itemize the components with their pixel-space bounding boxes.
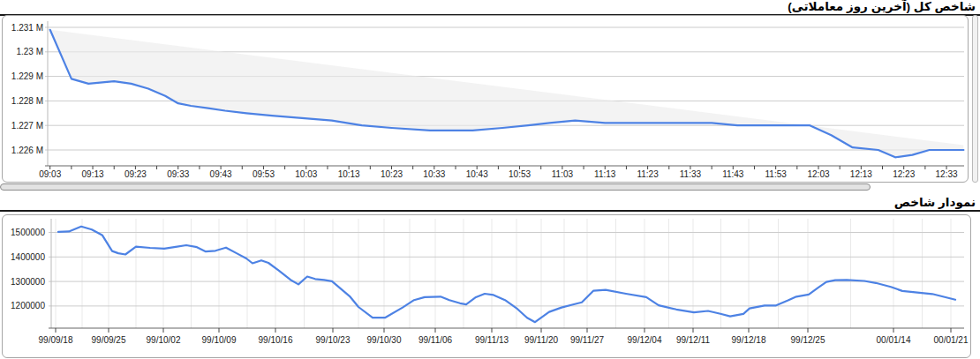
- svg-text:1.227 M: 1.227 M: [11, 121, 43, 131]
- svg-text:11:53: 11:53: [765, 169, 788, 179]
- svg-text:11:13: 11:13: [594, 169, 616, 179]
- svg-text:99/11/06: 99/11/06: [418, 335, 453, 345]
- svg-text:09:03: 09:03: [39, 169, 61, 179]
- svg-text:12:03: 12:03: [807, 169, 829, 179]
- svg-text:09:13: 09:13: [82, 169, 104, 179]
- svg-text:99/10/23: 99/10/23: [316, 335, 351, 345]
- history-line-chart[interactable]: 150000014000001300000120000099/09/1899/0…: [3, 215, 970, 357]
- svg-text:99/12/11: 99/12/11: [676, 335, 711, 345]
- svg-text:10:13: 10:13: [338, 169, 360, 179]
- svg-text:11:43: 11:43: [722, 169, 744, 179]
- svg-text:10:23: 10:23: [381, 169, 403, 179]
- svg-text:1.228 M: 1.228 M: [11, 96, 43, 106]
- svg-text:99/12/04: 99/12/04: [628, 335, 662, 345]
- svg-text:99/10/09: 99/10/09: [202, 335, 237, 345]
- svg-text:12:13: 12:13: [850, 169, 872, 179]
- svg-text:00/01/21: 00/01/21: [934, 335, 969, 345]
- svg-text:99/11/13: 99/11/13: [475, 335, 509, 345]
- svg-text:10:53: 10:53: [509, 169, 531, 179]
- svg-text:1400000: 1400000: [11, 252, 45, 262]
- svg-text:99/10/16: 99/10/16: [259, 335, 293, 345]
- svg-text:11:33: 11:33: [680, 169, 702, 179]
- svg-text:99/11/27: 99/11/27: [570, 335, 605, 345]
- history-chart-title: نمودار شاخص: [0, 196, 980, 212]
- svg-text:1300000: 1300000: [11, 277, 45, 287]
- svg-text:12:33: 12:33: [936, 169, 958, 179]
- svg-text:1.231 M: 1.231 M: [11, 23, 43, 33]
- svg-text:99/09/25: 99/09/25: [92, 335, 126, 345]
- svg-text:09:33: 09:33: [167, 169, 189, 179]
- svg-text:10:43: 10:43: [466, 169, 488, 179]
- history-chart-panel: 150000014000001300000120000099/09/1899/0…: [2, 214, 971, 358]
- svg-text:1.226 M: 1.226 M: [11, 146, 43, 155]
- intraday-chart-panel: 1.231 M1.23 M1.229 M1.228 M1.227 M1.226 …: [2, 15, 969, 183]
- svg-text:1.229 M: 1.229 M: [11, 71, 43, 81]
- svg-text:1500000: 1500000: [11, 228, 45, 237]
- intraday-line-chart[interactable]: 1.231 M1.23 M1.229 M1.228 M1.227 M1.226 …: [3, 16, 968, 182]
- svg-text:09:43: 09:43: [210, 169, 232, 179]
- svg-text:99/12/25: 99/12/25: [791, 335, 825, 345]
- svg-text:10:03: 10:03: [295, 169, 317, 179]
- vertical-scrollbar[interactable]: [972, 15, 978, 183]
- page: شاخص کل (آخرین روز معاملاتی) 1.231 M1.23…: [0, 0, 980, 359]
- svg-text:1200000: 1200000: [11, 301, 45, 310]
- svg-text:99/09/18: 99/09/18: [39, 335, 73, 345]
- svg-text:11:03: 11:03: [552, 169, 574, 179]
- svg-text:99/10/02: 99/10/02: [147, 335, 181, 345]
- svg-text:99/12/18: 99/12/18: [732, 335, 766, 345]
- svg-text:09:23: 09:23: [124, 169, 147, 179]
- svg-text:09:53: 09:53: [253, 169, 275, 179]
- svg-text:99/10/30: 99/10/30: [367, 335, 402, 345]
- svg-text:10:33: 10:33: [423, 169, 445, 179]
- svg-text:99/11/20: 99/11/20: [524, 335, 559, 345]
- horizontal-scrollbar[interactable]: [0, 183, 871, 191]
- svg-text:12:23: 12:23: [893, 169, 915, 179]
- intraday-chart-title: شاخص کل (آخرین روز معاملاتی): [0, 0, 980, 16]
- svg-text:00/01/14: 00/01/14: [877, 335, 911, 345]
- svg-text:1.23 M: 1.23 M: [16, 47, 43, 56]
- svg-text:11:23: 11:23: [637, 169, 659, 179]
